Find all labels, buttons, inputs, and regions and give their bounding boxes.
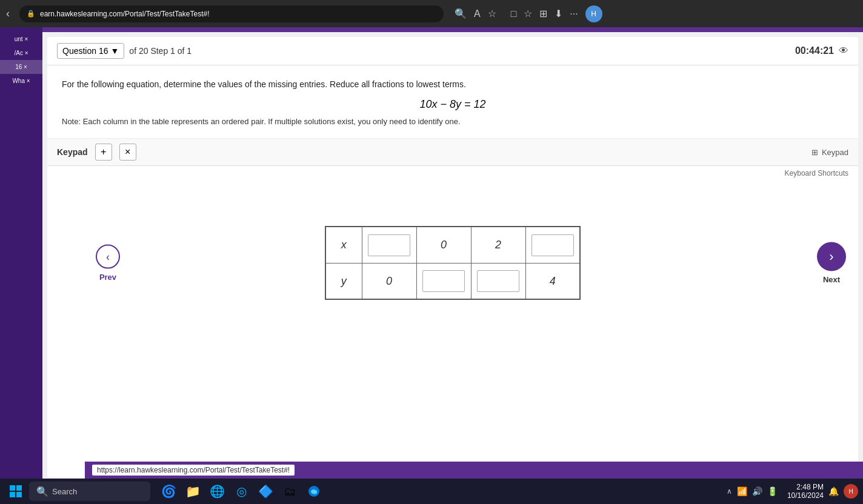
more-icon[interactable]: ··· [570, 8, 578, 19]
equation-display: 10x − 8y = 12 [62, 98, 844, 111]
network-icon[interactable]: 📶 [737, 486, 747, 496]
keyboard-shortcuts-link[interactable]: Keyboard Shortcuts [785, 169, 848, 177]
svg-rect-1 [16, 485, 22, 491]
taskbar-app-files[interactable]: 🗂 [279, 480, 301, 502]
sidebar-item-wha[interactable]: Wha × [0, 74, 42, 88]
sidebar-item-unt[interactable]: unt × [0, 32, 42, 46]
next-circle: › [817, 242, 846, 271]
x-col4-cell[interactable] [525, 227, 580, 263]
browser-toolbar: 🔍 A ☆ □ ☆ ⊞ ⬇ ··· H [455, 5, 602, 22]
keypad-panel-label: Keypad [822, 148, 848, 157]
taskbar-clock[interactable]: 2:48 PM 10/16/2024 [787, 483, 824, 500]
volume-icon[interactable]: 🔊 [752, 486, 762, 496]
taskbar-app-chrome[interactable]: 🌐 [206, 480, 228, 502]
taskbar-app-edge2[interactable] [303, 480, 325, 502]
start-button[interactable] [5, 480, 27, 502]
timer-section: 00:44:21 👁 [795, 45, 848, 56]
x-col1-cell[interactable] [362, 227, 416, 263]
question-of: of 20 Step 1 of 1 [129, 46, 192, 56]
x-col1-input[interactable] [368, 234, 410, 256]
table-row-y: y 0 4 [325, 263, 580, 299]
read-mode-icon[interactable]: A [474, 8, 481, 19]
sidebar-tab-label: Wha × [2, 78, 40, 84]
taskbar-apps: 🌀 📁 🌐 ◎ 🔷 🗂 [158, 480, 325, 502]
taskbar: 🔍 Search 🌀 📁 🌐 ◎ 🔷 🗂 ∧ 📶 🔊 🔋 2:48 PM 10/… [0, 479, 863, 504]
search-label: Search [52, 487, 77, 496]
taskbar-app-4[interactable]: ◎ [230, 480, 252, 502]
battery-icon[interactable]: 🔋 [767, 486, 778, 496]
notification-icon[interactable]: 🔔 [828, 486, 839, 496]
taskbar-app-2[interactable]: 📁 [182, 480, 204, 502]
x-label-cell: x [325, 227, 362, 263]
svg-rect-2 [10, 492, 15, 497]
nav-table-section: ‹ Prev x 0 2 [47, 178, 858, 348]
y-col3-cell[interactable] [471, 263, 525, 299]
keypad-add-button[interactable]: + [95, 144, 112, 161]
address-bar[interactable]: 🔒 earn.hawkeslearning.com/Portal/Test/Te… [19, 5, 444, 22]
tab-manager-icon[interactable]: □ [511, 8, 517, 19]
prev-nav[interactable]: ‹ Prev [96, 245, 120, 282]
y-label-cell: y [325, 263, 362, 299]
favorites-icon[interactable]: ☆ [488, 8, 496, 19]
next-nav[interactable]: › Next [817, 242, 846, 284]
keypad-grid-icon: ⊞ [811, 148, 818, 157]
windows-icon [10, 485, 22, 497]
problem-note: Note: Each column in the table represent… [62, 117, 844, 126]
extensions-icon[interactable]: ☆ [524, 8, 532, 19]
browser-chrome: ‹ 🔒 earn.hawkeslearning.com/Portal/Test/… [0, 0, 863, 27]
sidebar-item-16[interactable]: 16 × [0, 60, 42, 74]
dropdown-arrow: ▼ [111, 46, 119, 56]
sidebar-tab-label: /Ac × [2, 50, 40, 56]
table-row-x: x 0 2 [325, 227, 580, 263]
question-selector: Question 16 ▼ of 20 Step 1 of 1 [57, 43, 192, 59]
search-icon[interactable]: 🔍 [455, 8, 467, 19]
svg-rect-3 [16, 492, 22, 497]
search-magnifier-icon: 🔍 [36, 486, 48, 497]
shortcuts-section: Keyboard Shortcuts [47, 166, 858, 178]
clock-date: 10/16/2024 [787, 491, 824, 500]
download-icon[interactable]: ⬇ [555, 8, 562, 19]
y-col3-input[interactable] [477, 270, 519, 292]
content-wrapper: Question 16 ▼ of 20 Step 1 of 1 00:44:21… [47, 37, 858, 477]
taskbar-app-edge[interactable]: 🔷 [255, 480, 276, 502]
sidebar-item-ac[interactable]: /Ac × [0, 46, 42, 60]
main-content: Question 16 ▼ of 20 Step 1 of 1 00:44:21… [42, 27, 863, 504]
status-bar: https://learn.hawkeslearning.com/Portal/… [85, 462, 863, 479]
prev-label: Prev [99, 273, 116, 282]
edge-icon [308, 485, 320, 497]
taskbar-app-1[interactable]: 🌀 [158, 480, 179, 502]
top-accent-bar [42, 27, 863, 32]
question-label: Question 16 [62, 46, 108, 56]
next-arrow-icon: › [829, 249, 833, 265]
lock-icon: 🔒 [27, 10, 35, 18]
x-col2-cell: 0 [416, 227, 471, 263]
sidebar-tab-label: unt × [2, 36, 40, 42]
chevron-icon[interactable]: ∧ [727, 487, 732, 496]
question-header: Question 16 ▼ of 20 Step 1 of 1 00:44:21… [47, 37, 858, 65]
sidebar-tab-label: 16 × [2, 64, 40, 70]
system-tray: ∧ 📶 🔊 🔋 2:48 PM 10/16/2024 🔔 H [727, 483, 858, 500]
svg-rect-0 [10, 485, 15, 491]
prev-circle: ‹ [96, 245, 120, 269]
collections-icon[interactable]: ⊞ [539, 8, 547, 19]
profile-avatar[interactable]: H [585, 5, 602, 22]
keypad-right-panel[interactable]: ⊞ Keypad [811, 148, 848, 157]
x-col4-input[interactable] [531, 234, 574, 256]
keypad-bar: Keypad + × ⊞ Keypad [47, 139, 858, 166]
y-col2-input[interactable] [422, 270, 465, 292]
status-url: https://learn.hawkeslearning.com/Portal/… [92, 465, 295, 476]
question-dropdown[interactable]: Question 16 ▼ [57, 43, 124, 59]
timer-display: 00:44:21 [795, 45, 834, 56]
taskbar-search-bar[interactable]: 🔍 Search [29, 482, 150, 501]
user-avatar-taskbar[interactable]: H [844, 484, 858, 499]
eye-icon[interactable]: 👁 [839, 45, 848, 56]
answer-table: x 0 2 y 0 [325, 226, 581, 300]
browser-sidebar: unt × /Ac × 16 × Wha × Ctrl+T [0, 27, 42, 504]
clock-time: 2:48 PM [787, 483, 824, 491]
back-btn[interactable]: ‹ [6, 7, 10, 20]
y-col2-cell[interactable] [416, 263, 471, 299]
y-col1-cell: 0 [362, 263, 416, 299]
keypad-left: Keypad + × [57, 144, 136, 161]
keypad-close-button[interactable]: × [119, 144, 136, 161]
problem-area: For the following equation, determine th… [47, 65, 858, 139]
